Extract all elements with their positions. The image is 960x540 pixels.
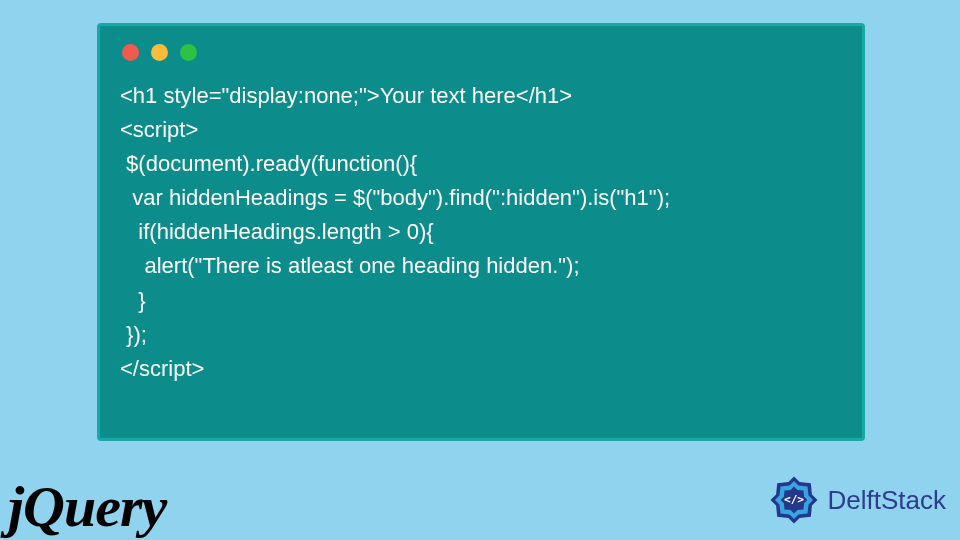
delftstack-icon: </> [766,472,822,528]
code-line: <h1 style="display:none;">Your text here… [120,83,572,108]
code-line: }); [120,322,147,347]
close-icon [122,44,139,61]
jquery-logo: jQuery [8,478,166,536]
code-line: var hiddenHeadings = $("body").find(":hi… [120,185,670,210]
delftstack-logo: </> DelftStack [766,472,947,528]
code-block: <h1 style="display:none;">Your text here… [120,79,842,386]
code-line: $(document).ready(function(){ [120,151,417,176]
svg-text:</>: </> [783,493,803,506]
minimize-icon [151,44,168,61]
code-card: <h1 style="display:none;">Your text here… [97,23,865,441]
code-line: </script> [120,356,204,381]
code-line: alert("There is atleast one heading hidd… [120,253,580,278]
maximize-icon [180,44,197,61]
code-line: if(hiddenHeadings.length > 0){ [120,219,434,244]
delftstack-label: DelftStack [828,485,947,516]
code-line: <script> [120,117,198,142]
code-line: } [120,288,146,313]
window-controls [120,44,842,61]
